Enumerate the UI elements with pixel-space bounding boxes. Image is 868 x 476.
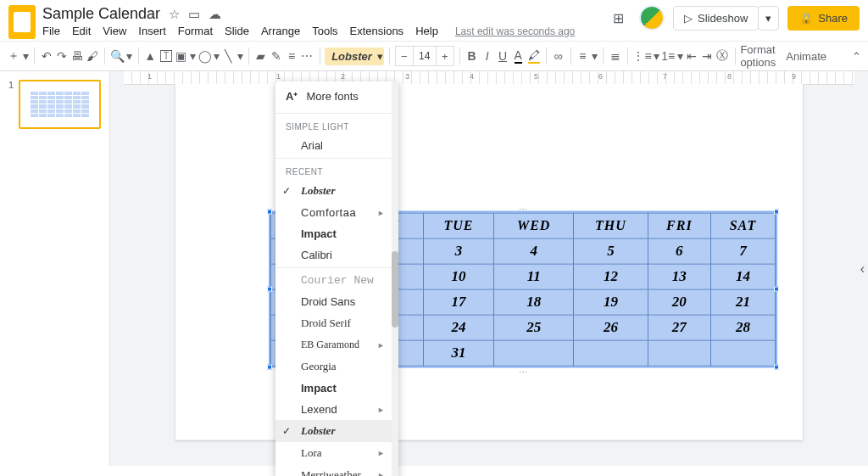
menu-slide[interactable]: Slide xyxy=(225,25,249,37)
shape-dropdown[interactable]: ▾ xyxy=(214,45,220,67)
font-option-eb-garamond[interactable]: EB Garamond► xyxy=(275,334,392,356)
calendar-cell[interactable]: 7 xyxy=(710,238,775,264)
menu-help[interactable]: Help xyxy=(415,25,438,37)
font-option-courier-new[interactable]: Courier New xyxy=(275,270,392,291)
selection-handle[interactable] xyxy=(774,287,779,292)
image-dropdown[interactable]: ▾ xyxy=(190,45,197,67)
calendar-cell[interactable]: 5 xyxy=(574,238,648,264)
calendar-header-cell[interactable]: WED xyxy=(494,213,574,238)
outdent-button[interactable]: ⇤ xyxy=(685,45,698,67)
print-button[interactable]: 🖶 xyxy=(70,45,84,67)
link-button[interactable]: ∞ xyxy=(551,45,565,67)
chevron-up-icon[interactable]: ⌃ xyxy=(852,50,861,63)
font-family-select[interactable]: Lobster ▾ xyxy=(325,48,384,65)
redo-button[interactable]: ↷ xyxy=(55,45,69,67)
menu-insert[interactable]: Insert xyxy=(138,25,166,37)
image-tool[interactable]: ▣ xyxy=(175,45,188,67)
doc-title[interactable]: Sample Calendar xyxy=(42,5,160,23)
font-option-calibri[interactable]: Calibri xyxy=(275,244,392,266)
crop-handle-bottom-icon[interactable]: ⋯ xyxy=(519,367,527,376)
slideshow-button[interactable]: ▷ Slideshow xyxy=(673,6,759,31)
undo-button[interactable]: ↶ xyxy=(39,45,53,67)
slide-canvas[interactable]: ⋯ SUNMONTUEWEDTHUFRISAT12345678910111213… xyxy=(175,83,803,440)
text-color-button[interactable]: A xyxy=(511,45,525,67)
calendar-cell[interactable]: 17 xyxy=(423,289,494,315)
scrollbar-thumb[interactable] xyxy=(392,251,398,328)
underline-button[interactable]: U xyxy=(496,45,509,67)
canvas-area[interactable]: 1123456789 ⋯ SUNMONTUEWEDTHUFRISAT123456… xyxy=(110,71,868,466)
border-dash-button[interactable]: ⋯ xyxy=(300,45,314,67)
expand-panel-icon[interactable]: ‹ xyxy=(860,261,865,277)
align-dropdown[interactable]: ▾ xyxy=(591,45,598,67)
calendar-cell[interactable]: 26 xyxy=(574,315,648,340)
calendar-cell[interactable]: 14 xyxy=(710,264,775,289)
border-weight-button[interactable]: ≡ xyxy=(285,45,298,67)
calendar-cell[interactable]: 12 xyxy=(574,264,648,289)
calendar-cell[interactable]: 27 xyxy=(648,315,710,340)
share-button[interactable]: 🔒 Share xyxy=(787,6,860,31)
menu-edit[interactable]: Edit xyxy=(72,25,91,37)
calendar-cell[interactable]: 11 xyxy=(494,264,574,289)
bullet-dropdown[interactable]: ▾ xyxy=(654,45,660,67)
animate-button[interactable]: Animate xyxy=(786,50,826,63)
calendar-cell[interactable]: 18 xyxy=(494,289,574,315)
calendar-cell[interactable]: 3 xyxy=(423,238,494,264)
align-button[interactable]: ≡ xyxy=(576,45,589,67)
increase-font-button[interactable]: + xyxy=(436,46,454,66)
calendar-cell[interactable]: 25 xyxy=(494,315,574,340)
calendar-cell[interactable]: 19 xyxy=(574,289,648,315)
bold-button[interactable]: B xyxy=(465,45,478,67)
selection-handle[interactable] xyxy=(267,287,272,292)
new-slide-button[interactable]: ＋ xyxy=(7,45,20,67)
indent-button[interactable]: ⇥ xyxy=(700,45,714,67)
menu-extensions[interactable]: Extensions xyxy=(350,25,404,37)
calendar-cell[interactable]: 6 xyxy=(648,238,710,264)
calendar-cell[interactable]: 31 xyxy=(423,340,494,366)
crop-handle-top-icon[interactable]: ⋯ xyxy=(519,204,527,213)
menu-view[interactable]: View xyxy=(103,25,126,37)
fill-color-button[interactable]: ▰ xyxy=(254,45,268,67)
shape-tool[interactable]: ◯ xyxy=(198,45,211,67)
font-option-impact[interactable]: Impact xyxy=(275,223,392,244)
font-option-lobster[interactable]: ✓Lobster xyxy=(275,180,392,202)
font-option-comfortaa[interactable]: Comfortaa► xyxy=(275,202,392,223)
zoom-dropdown[interactable]: ▾ xyxy=(126,45,133,67)
dropdown-scrollbar[interactable] xyxy=(392,81,398,476)
font-option-lora[interactable]: Lora► xyxy=(275,442,392,464)
menu-tools[interactable]: Tools xyxy=(312,25,337,37)
number-dropdown[interactable]: ▾ xyxy=(676,45,683,67)
calendar-header-cell[interactable]: TUE xyxy=(423,213,494,238)
calendar-header-cell[interactable]: THU xyxy=(574,213,648,238)
slideshow-dropdown[interactable]: ▾ xyxy=(758,6,779,31)
line-tool[interactable]: ╲ xyxy=(221,45,235,67)
zoom-button[interactable]: 🔍 xyxy=(110,45,125,67)
calendar-header-cell[interactable]: SAT xyxy=(710,213,775,238)
number-list-button[interactable]: 1≡ xyxy=(661,45,675,67)
font-option-droid-sans[interactable]: Droid Sans xyxy=(275,291,392,312)
calendar-cell[interactable]: 10 xyxy=(423,264,494,289)
font-option-arial[interactable]: Arial xyxy=(275,135,392,156)
more-fonts-option[interactable]: Aᐩ More fonts xyxy=(275,81,392,111)
highlight-button[interactable]: 🖍 xyxy=(526,45,540,67)
font-option-merriweather[interactable]: Merriweather► xyxy=(275,464,392,476)
calendar-header-cell[interactable]: FRI xyxy=(648,213,710,238)
border-color-button[interactable]: ✎ xyxy=(270,45,283,67)
menu-arrange[interactable]: Arrange xyxy=(261,25,300,37)
selection-handle[interactable] xyxy=(774,209,779,214)
format-options-button[interactable]: Format options xyxy=(740,43,776,69)
selection-handle[interactable] xyxy=(267,209,272,214)
textbox-tool[interactable]: 🅃 xyxy=(159,45,172,67)
font-option-georgia[interactable]: Georgia xyxy=(275,356,392,378)
paint-format-button[interactable]: 🖌 xyxy=(86,45,99,67)
calendar-cell[interactable]: 13 xyxy=(648,264,710,289)
calendar-cell[interactable]: 20 xyxy=(648,289,710,315)
new-slide-dropdown[interactable]: ▾ xyxy=(22,45,29,67)
meet-icon[interactable] xyxy=(639,5,665,31)
font-option-droid-serif[interactable]: Droid Serif xyxy=(275,312,392,334)
selection-handle[interactable] xyxy=(267,364,272,369)
font-size-input[interactable]: 14 xyxy=(413,46,437,66)
italic-button[interactable]: I xyxy=(481,45,494,67)
menu-format[interactable]: Format xyxy=(178,25,213,37)
calendar-cell[interactable] xyxy=(574,340,648,366)
calendar-cell[interactable]: 21 xyxy=(710,289,775,315)
